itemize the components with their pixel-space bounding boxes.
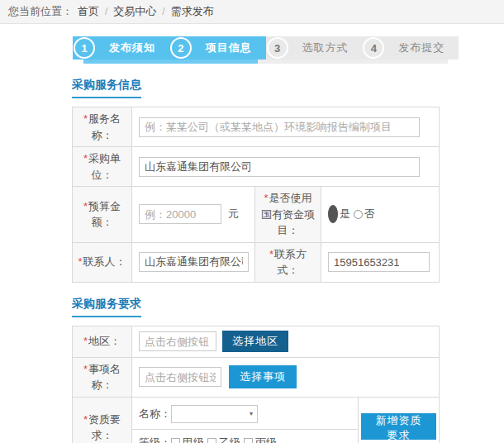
step-2-project-info[interactable]: 2 项目信息: [169, 36, 266, 60]
radio-yes-label: 是: [340, 207, 350, 222]
radio-selected-icon: [328, 205, 338, 223]
grade-jia-label: 甲级: [183, 436, 204, 443]
breadcrumb-separator: /: [162, 6, 164, 17]
select-matter-button[interactable]: 选择事项: [229, 365, 297, 388]
purchase-info-table: *服务名称： *采购单位： *预算金额： 元: [72, 107, 440, 283]
required-asterisk: *: [83, 200, 88, 212]
qualification-name-label: 名称：: [139, 407, 171, 422]
service-name-label-cell: *服务名称：: [73, 107, 132, 147]
step-3-number: 3: [267, 37, 288, 59]
step-1-label: 发布须知: [95, 40, 169, 55]
state-fund-label: 是否使用国有资金项目：: [261, 192, 315, 236]
budget-unit: 元: [228, 207, 239, 222]
required-asterisk: *: [83, 363, 88, 375]
qualification-name-select[interactable]: ▾: [171, 405, 258, 423]
required-asterisk: *: [83, 413, 88, 426]
grade-yi-label: 乙级: [219, 436, 240, 443]
contact-input[interactable]: [139, 252, 249, 272]
contact-phone-input[interactable]: [328, 252, 430, 272]
section-purchase-service-info: 采购服务信息 *服务名称： *采购单位： *预算金额：: [72, 64, 439, 283]
state-fund-label-cell: *是否使用国有资金项目：: [255, 187, 321, 243]
checkbox-icon: [244, 438, 253, 443]
budget-input[interactable]: [139, 204, 221, 224]
step-1-publish-notice[interactable]: 1 发布须知: [73, 36, 169, 60]
purchase-unit-label: 采购单位：: [88, 152, 121, 181]
grade-bing-label: 丙级: [255, 436, 277, 443]
required-asterisk: *: [264, 192, 268, 204]
purchase-unit-label-cell: *采购单位：: [73, 147, 132, 187]
breadcrumb-link-home[interactable]: 首页: [78, 4, 99, 19]
breadcrumb-link-demand-publish[interactable]: 需求发布: [171, 4, 214, 19]
required-asterisk: *: [83, 112, 88, 125]
table-row: *服务名称：: [73, 107, 440, 147]
contact-label: 联系人：: [83, 255, 126, 268]
table-row: *联系人： *联系方式：: [73, 242, 440, 282]
matter-name-input[interactable]: [139, 367, 221, 387]
step-3-selection-method[interactable]: 3 选取方式: [266, 36, 363, 60]
state-fund-radio-yes[interactable]: 是: [328, 205, 350, 223]
step-4-label: 发布提交: [384, 40, 459, 55]
required-asterisk: *: [269, 248, 273, 260]
table-row: *地区： 选择地区: [73, 326, 440, 357]
required-asterisk: *: [83, 152, 88, 164]
qualification-label-cell: *资质要求：: [73, 397, 132, 443]
breadcrumb: 您当前位置： 首页 / 交易中心 / 需求发布: [0, 0, 504, 24]
grade-checkbox-jia[interactable]: 甲级: [171, 436, 204, 443]
radio-no-label: 否: [364, 207, 375, 222]
section-purchase-service-requirements: 采购服务要求 *地区： 选择地区 *事项名称： 选择事项: [72, 283, 439, 443]
breadcrumb-separator: /: [105, 6, 107, 17]
step-2-label: 项目信息: [192, 40, 266, 55]
chevron-down-icon: ▾: [250, 410, 253, 417]
budget-label-cell: *预算金额：: [73, 187, 132, 243]
table-row: *资质要求： 名称： ▾ 等级： 甲级: [73, 397, 440, 443]
step-4-number: 4: [363, 37, 384, 59]
required-asterisk: *: [78, 255, 82, 268]
table-row: *采购单位：: [73, 147, 440, 187]
qualification-grade-label: 等级：: [139, 436, 171, 443]
matter-name-label-cell: *事项名称：: [73, 357, 132, 397]
qualification-label: 资质要求：: [88, 413, 121, 442]
table-row: *预算金额： 元 *是否使用国有资金项目： 是: [73, 187, 440, 243]
step-1-number: 1: [74, 37, 95, 59]
step-2-number: 2: [170, 37, 192, 59]
checkbox-icon: [171, 438, 180, 443]
section-title-purchase-requirements: 采购服务要求: [72, 297, 141, 317]
table-row: *事项名称： 选择事项: [73, 357, 440, 397]
region-label-cell: *地区：: [73, 326, 132, 357]
radio-unselected-icon: [354, 210, 363, 219]
required-asterisk: *: [83, 335, 88, 347]
state-fund-radio-no[interactable]: 否: [354, 207, 375, 222]
grade-checkbox-yi[interactable]: 乙级: [207, 436, 240, 443]
budget-label: 预算金额：: [88, 200, 121, 229]
section-title-purchase-info: 采购服务信息: [72, 78, 141, 98]
service-name-label: 服务名称：: [88, 112, 121, 141]
service-name-input[interactable]: [139, 117, 420, 137]
select-region-button[interactable]: 选择地区: [222, 331, 288, 352]
step-3-label: 选取方式: [288, 40, 363, 55]
breadcrumb-prefix: 您当前位置：: [8, 4, 73, 19]
checkbox-icon: [207, 438, 216, 443]
add-qualification-button[interactable]: 新增资质要求: [361, 413, 436, 440]
step-wizard: 1 发布须知 2 项目信息 3 选取方式 4 发布提交: [73, 36, 459, 64]
matter-name-label: 事项名称：: [88, 363, 121, 392]
grade-checkbox-bing[interactable]: 丙级: [244, 436, 277, 443]
purchase-requirements-table: *地区： 选择地区 *事项名称： 选择事项 *资质要求：: [72, 326, 440, 443]
contact-phone-label-cell: *联系方式：: [255, 242, 321, 282]
step-4-publish-submit[interactable]: 4 发布提交: [362, 36, 459, 60]
purchase-unit-input[interactable]: [139, 157, 420, 177]
breadcrumb-link-trade-center[interactable]: 交易中心: [113, 4, 156, 19]
contact-label-cell: *联系人：: [73, 242, 132, 282]
region-input[interactable]: [139, 331, 216, 351]
contact-phone-label: 联系方式：: [274, 248, 307, 277]
region-label: 地区：: [88, 335, 121, 347]
